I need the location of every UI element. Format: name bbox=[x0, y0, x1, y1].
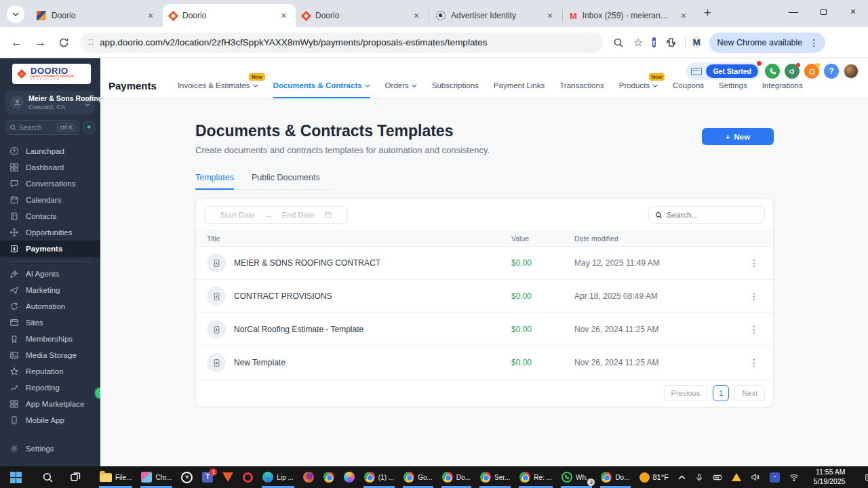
sidebar-item-payments[interactable]: Payments bbox=[0, 241, 100, 257]
browser-tab-advertiser-identity[interactable]: Advertiser Identity × bbox=[429, 4, 562, 27]
search-tabs-icon[interactable] bbox=[613, 37, 624, 48]
sidebar-search[interactable]: ctrl K bbox=[5, 120, 79, 135]
taskbar-window-chrome-6[interactable]: Do... bbox=[596, 466, 634, 488]
sidebar-item-marketing[interactable]: Marketing bbox=[0, 282, 100, 298]
sidebar-item-ai-agents[interactable]: AI Agents bbox=[0, 266, 100, 282]
nav-documents-contracts[interactable]: Documents & Contracts bbox=[273, 81, 370, 98]
tab-close-icon[interactable]: × bbox=[545, 10, 555, 21]
extension-t-icon[interactable]: t bbox=[652, 37, 655, 47]
taskbar-window-edge[interactable]: Lip ... bbox=[258, 466, 298, 488]
get-started-wrap[interactable]: Get Started bbox=[686, 62, 760, 80]
sidebar-item-memberships[interactable]: Memberships bbox=[0, 331, 100, 347]
nav-products[interactable]: Products New bbox=[619, 81, 658, 98]
tray-expand-button[interactable] bbox=[673, 466, 690, 488]
end-date-field[interactable]: End Date bbox=[282, 211, 315, 219]
taskbar-window-file-explorer[interactable]: File... bbox=[95, 466, 136, 488]
row-title[interactable]: MEIER & SONS ROOFING CONTRACT bbox=[234, 258, 380, 268]
sidebar-item-dashboard[interactable]: Dashboard bbox=[0, 159, 100, 176]
taskbar-copilot[interactable] bbox=[339, 466, 359, 488]
announcements-button[interactable] bbox=[785, 64, 800, 79]
table-search-input[interactable] bbox=[667, 211, 748, 219]
taskbar-teams[interactable]: T 1 bbox=[197, 466, 218, 488]
tray-device[interactable] bbox=[708, 466, 727, 488]
table-search[interactable] bbox=[648, 206, 765, 224]
help-button[interactable]: ? bbox=[824, 64, 839, 79]
chrome-update-pill[interactable]: New Chrome available ⋮ bbox=[709, 33, 826, 53]
start-date-field[interactable]: Start Date bbox=[220, 211, 255, 219]
back-button[interactable]: ← bbox=[11, 36, 22, 49]
extensions-puzzle-icon[interactable] bbox=[665, 37, 677, 48]
nav-transactions[interactable]: Transactions bbox=[559, 81, 604, 98]
bookmark-star-icon[interactable]: ☆ bbox=[633, 36, 643, 49]
doorio-logo[interactable]: DOORIO DRIVING CUSTOMERS TO YOUR DOOR D … bbox=[12, 64, 91, 84]
new-tab-button[interactable]: + bbox=[704, 6, 711, 20]
chrome-menu-icon[interactable]: ⋮ bbox=[806, 37, 821, 48]
table-row[interactable]: MEIER & SONS ROOFING CONTRACT $0.00 May … bbox=[196, 247, 773, 280]
sidebar-search-input[interactable] bbox=[19, 123, 54, 131]
tab-search-button[interactable] bbox=[7, 5, 24, 23]
browser-tab-gmail-inbox[interactable]: M Inbox (259) - meierandsonsro × bbox=[563, 4, 696, 27]
taskbar-opera[interactable] bbox=[238, 466, 258, 488]
profile-avatar[interactable]: M bbox=[692, 37, 701, 48]
nav-invoices-estimates[interactable]: Invoices & Estimates New bbox=[178, 81, 258, 98]
minimize-button[interactable]: — bbox=[778, 0, 808, 23]
tab-close-icon[interactable]: × bbox=[278, 10, 289, 21]
sidebar-item-contacts[interactable]: Contacts bbox=[0, 208, 100, 224]
taskbar-window-photos[interactable]: Chr... bbox=[136, 466, 176, 488]
taskbar-window-chrome-2[interactable]: Go... bbox=[399, 466, 437, 488]
nav-payment-links[interactable]: Payment Links bbox=[494, 81, 545, 98]
tray-app-blue[interactable]: ” bbox=[765, 466, 785, 488]
restore-button[interactable] bbox=[808, 0, 838, 23]
tray-google-drive[interactable] bbox=[727, 466, 746, 488]
taskbar-firefox[interactable] bbox=[298, 466, 319, 488]
taskbar-brave[interactable] bbox=[218, 466, 238, 488]
row-menu-icon[interactable]: ⋮ bbox=[734, 291, 774, 302]
row-menu-icon[interactable]: ⋮ bbox=[734, 324, 774, 335]
phone-button[interactable] bbox=[765, 64, 780, 79]
browser-tab-doorio-3[interactable]: Doorio × bbox=[296, 4, 429, 27]
reload-button[interactable] bbox=[58, 37, 69, 48]
close-button[interactable]: × bbox=[838, 0, 868, 23]
table-row[interactable]: CONTRACT PROVISIONS $0.00 Apr 18, 2025 0… bbox=[196, 280, 773, 313]
get-started-button[interactable]: Get Started bbox=[706, 64, 758, 78]
sidebar-item-reporting[interactable]: Reporting bbox=[0, 380, 100, 396]
notifications-button[interactable] bbox=[804, 64, 819, 79]
tab-close-icon[interactable]: × bbox=[145, 10, 156, 21]
sidebar-item-conversations[interactable]: Conversations bbox=[0, 176, 100, 192]
account-switcher[interactable]: Meier & Sons Roofing Concord, CA bbox=[5, 91, 95, 115]
sidebar-item-app-marketplace[interactable]: App Marketplace bbox=[0, 396, 100, 412]
browser-tab-doorio-1[interactable]: Doorio × bbox=[30, 4, 163, 27]
taskbar-window-chrome-1[interactable]: (1) ... bbox=[359, 466, 399, 488]
taskbar-window-chrome-3[interactable]: Do... bbox=[437, 466, 475, 488]
nav-settings[interactable]: Settings bbox=[719, 81, 747, 98]
row-title[interactable]: NorCal Roofing Estimate - Template bbox=[234, 325, 363, 334]
row-menu-icon[interactable]: ⋮ bbox=[734, 258, 774, 268]
tab-public-documents[interactable]: Public Documents bbox=[252, 173, 320, 190]
sidebar-item-launchpad[interactable]: Launchpad bbox=[0, 143, 100, 159]
nav-integrations[interactable]: Integrations bbox=[762, 81, 803, 98]
date-range-picker[interactable]: Start Date → End Date bbox=[204, 206, 348, 224]
new-template-button[interactable]: + New bbox=[702, 128, 774, 145]
sidebar-item-opportunities[interactable]: Opportunities bbox=[0, 224, 100, 241]
taskbar-window-chrome-4[interactable]: Ser... bbox=[475, 466, 515, 488]
previous-page-button[interactable]: Previous bbox=[664, 385, 708, 401]
row-title[interactable]: CONTRACT PROVISIONS bbox=[234, 291, 332, 301]
page-number[interactable]: 1 bbox=[713, 385, 729, 401]
address-bar[interactable]: ⁚⁚ app.doorio.com/v2/location/2zfH3cfSpp… bbox=[80, 33, 604, 53]
tray-microphone[interactable] bbox=[690, 466, 708, 488]
site-info-icon[interactable]: ⁚⁚ bbox=[88, 38, 94, 47]
user-avatar[interactable] bbox=[844, 64, 859, 79]
taskbar-clock[interactable]: 11:55 AM 5/19/2025 bbox=[809, 466, 850, 488]
taskbar-search-button[interactable] bbox=[37, 466, 58, 488]
sidebar-item-reputation[interactable]: Reputation bbox=[0, 363, 100, 380]
nav-orders[interactable]: Orders bbox=[385, 81, 417, 98]
taskbar-window-chrome-5[interactable]: Re: ... bbox=[515, 466, 557, 488]
nav-subscriptions[interactable]: Subscriptions bbox=[432, 81, 479, 98]
row-menu-icon[interactable]: ⋮ bbox=[734, 357, 774, 368]
sidebar-item-calendars[interactable]: Calendars bbox=[0, 192, 100, 208]
start-button[interactable] bbox=[5, 466, 26, 488]
ai-spark-button[interactable]: ✦ bbox=[83, 121, 95, 134]
weather-widget[interactable]: 81°F bbox=[635, 466, 673, 488]
tray-volume[interactable] bbox=[746, 466, 765, 488]
sidebar-item-mobile-app[interactable]: Mobile App bbox=[0, 412, 100, 428]
